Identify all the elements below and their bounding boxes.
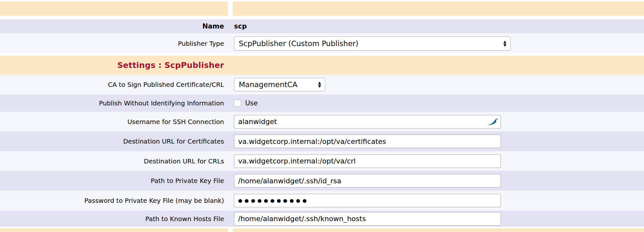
bottom-band-left-cell <box>0 228 228 232</box>
bottom-band <box>0 228 644 232</box>
name-label: Name <box>202 22 224 30</box>
ca-sign-label: CA to Sign Published Certificate/CRL <box>108 81 224 88</box>
publisher-type-select[interactable]: ScpPublisher (Custom Publisher) ▲▼ <box>234 37 511 51</box>
row-known-hosts-path: Path to Known Hosts File <box>0 211 644 227</box>
row-private-key-password: Password to Private Key File (may be bla… <box>0 191 644 211</box>
select-updown-arrows-icon: ▲▼ <box>318 81 321 88</box>
row-private-key-path: Path to Private Key File <box>0 171 644 191</box>
top-header-band-left-cell <box>0 2 228 16</box>
column-gutter <box>228 2 233 16</box>
top-header-band-right-cell <box>233 2 644 16</box>
row-spacer <box>0 16 644 19</box>
publish-without-info-label: Publish Without Identifying Information <box>99 99 224 107</box>
row-ca-sign: CA to Sign Published Certificate/CRL Man… <box>0 75 644 95</box>
row-cert-url: Destination URL for Certificates <box>0 131 644 151</box>
ssh-username-label: Username for SSH Connection <box>127 118 224 126</box>
edit-publisher-page: Name scp Publisher Type ScpPublisher (Cu… <box>0 0 644 232</box>
crl-url-label: Destination URL for CRLs <box>144 157 224 165</box>
settings-section-band: Settings : ScpPublisher <box>0 56 644 75</box>
dashlane-autofill-icon[interactable] <box>487 117 498 126</box>
publisher-type-selected-value: ScpPublisher (Custom Publisher) <box>239 39 358 48</box>
crl-url-input[interactable] <box>234 154 501 168</box>
ca-sign-selected-value: ManagementCA <box>239 80 297 89</box>
settings-section-title: Settings : ScpPublisher <box>0 61 228 70</box>
column-gutter <box>228 228 233 232</box>
ssh-username-input[interactable] <box>234 115 501 128</box>
select-updown-arrows-icon: ▲▼ <box>503 40 506 47</box>
row-name: Name scp <box>0 19 644 33</box>
private-key-path-input[interactable] <box>234 174 501 187</box>
row-spacer <box>0 54 644 56</box>
row-publish-without-info: Publish Without Identifying Information … <box>0 95 644 112</box>
private-key-path-label: Path to Private Key File <box>151 177 224 185</box>
known-hosts-path-input[interactable] <box>234 212 501 226</box>
private-key-password-input[interactable] <box>234 194 501 207</box>
cert-url-label: Destination URL for Certificates <box>123 137 224 145</box>
private-key-password-label: Password to Private Key File (may be bla… <box>85 197 224 204</box>
top-header-band <box>0 2 644 16</box>
name-value: scp <box>234 22 247 30</box>
row-publisher-type: Publisher Type ScpPublisher (Custom Publ… <box>0 33 644 54</box>
row-ssh-username: Username for SSH Connection <box>0 112 644 131</box>
use-checkbox-label: Use <box>245 99 258 107</box>
ca-sign-select[interactable]: ManagementCA ▲▼ <box>234 78 325 91</box>
use-checkbox[interactable] <box>234 100 241 107</box>
cert-url-input[interactable] <box>234 135 501 148</box>
bottom-band-right-cell <box>233 228 644 232</box>
publisher-type-label: Publisher Type <box>178 40 224 47</box>
row-crl-url: Destination URL for CRLs <box>0 151 644 171</box>
known-hosts-path-label: Path to Known Hosts File <box>145 215 224 223</box>
